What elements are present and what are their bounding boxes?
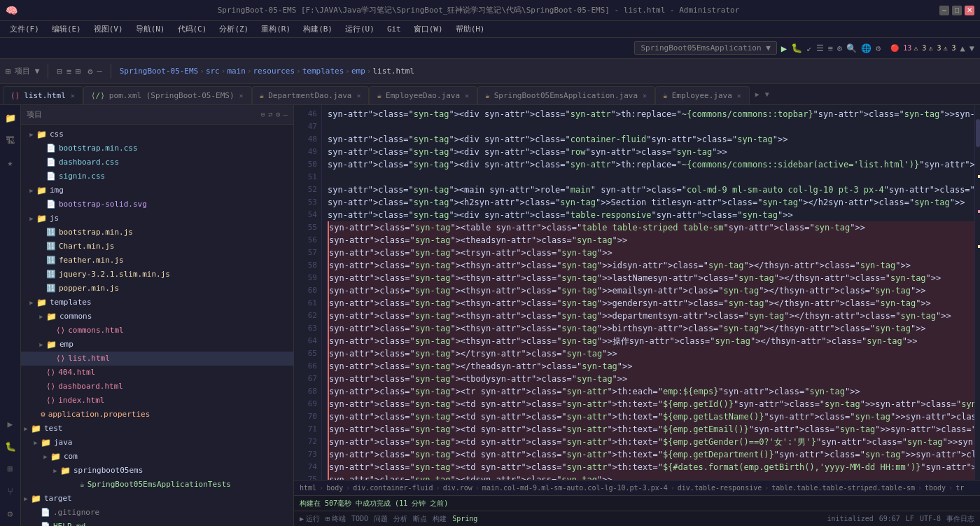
code-line-65[interactable]: syn-attr">class="syn-tag"></trsyn-attr">…: [328, 347, 974, 360]
tree-item-img[interactable]: ▶ 📁 img: [21, 184, 293, 198]
code-line-70[interactable]: syn-attr">class="syn-tag"><td syn-attr">…: [328, 410, 974, 423]
side-icon-structure[interactable]: 🏗: [2, 132, 19, 148]
tree-item-bootstrap-css[interactable]: 📄 bootstrap.min.css: [21, 141, 293, 155]
menu-analyze[interactable]: 分析(Z): [214, 22, 254, 36]
tab-department-close[interactable]: ✕: [356, 91, 361, 100]
tab-list-html-close[interactable]: ✕: [70, 91, 76, 100]
run-button[interactable]: ▶: [781, 43, 787, 54]
code-line-63[interactable]: syn-attr">class="syn-tag"><thsyn-attr">c…: [328, 322, 974, 335]
layout-btn-1[interactable]: ⊟: [57, 67, 62, 76]
tab-pom-close[interactable]: ✕: [239, 91, 244, 100]
project-label[interactable]: 项目 ▼: [15, 66, 39, 76]
code-line-69[interactable]: syn-attr">class="syn-tag"><td syn-attr">…: [328, 398, 974, 410]
breadcrumb-resources[interactable]: resources: [253, 67, 295, 76]
status-encoding[interactable]: UTF-8: [920, 515, 941, 522]
minus-icon[interactable]: –: [97, 67, 102, 76]
tree-item-gitignore[interactable]: 📄 .gitignore: [21, 506, 293, 520]
path-tr[interactable]: tr: [955, 484, 964, 492]
toolbar-action-2[interactable]: ☰: [816, 43, 824, 53]
side-icon-settings[interactable]: ⚙: [2, 505, 19, 522]
tree-collapse-all[interactable]: ⊖: [261, 110, 266, 119]
tree-item-bootstrap-js[interactable]: 🔢 bootstrap.min.js: [21, 226, 293, 240]
code-line-56[interactable]: syn-attr">class="syn-tag"><theadsyn-attr…: [328, 234, 974, 247]
status-position[interactable]: 69:67: [879, 515, 900, 522]
path-table[interactable]: table.table.table-striped.table-sm: [771, 484, 915, 492]
menu-file[interactable]: 文件(F): [4, 22, 45, 36]
right-scrollbar[interactable]: [974, 105, 980, 480]
layout-btn-3[interactable]: ⊞: [76, 67, 80, 76]
code-line-49[interactable]: syn-attr">class="syn-tag"><div syn-attr"…: [328, 146, 974, 158]
tab-employee[interactable]: ☕ Employee.java ✕: [655, 86, 750, 104]
status-indent[interactable]: 事件日志: [946, 514, 974, 524]
tab-overflow[interactable]: ▶: [750, 90, 765, 98]
path-container[interactable]: div.container-fluid: [353, 484, 433, 492]
code-line-57[interactable]: syn-attr">class="syn-tag"><trsyn-attr">c…: [328, 247, 974, 259]
side-icon-debug[interactable]: 🐛: [2, 438, 19, 455]
toolbar-action-7[interactable]: ⚙: [876, 43, 881, 53]
code-line-47[interactable]: [328, 120, 974, 133]
code-line-62[interactable]: syn-attr">class="syn-tag"><thsyn-attr">c…: [328, 310, 974, 322]
toolbar-action-1[interactable]: ↙: [806, 43, 811, 53]
tree-item-jquery-js[interactable]: 🔢 jquery-3.2.1.slim.min.js: [21, 268, 293, 282]
code-line-52[interactable]: syn-attr">class="syn-tag"><main syn-attr…: [328, 184, 974, 196]
scroll-down-button[interactable]: ▼: [969, 43, 974, 53]
tree-item-popper-js[interactable]: 🔢 popper.min.js: [21, 282, 293, 296]
code-line-75[interactable]: syn-attr">class="syn-tag"><tdsyn-attr">c…: [328, 473, 974, 480]
tab-department-dao[interactable]: ☕ DepartmentDao.java ✕: [252, 86, 370, 104]
tree-item-test[interactable]: ▶ 📁 test: [21, 422, 293, 436]
side-icon-project[interactable]: 📁: [2, 109, 19, 126]
menu-run[interactable]: 运行(U): [340, 22, 380, 36]
menu-window[interactable]: 窗口(W): [408, 22, 449, 36]
path-html[interactable]: html: [300, 484, 316, 492]
code-line-54[interactable]: syn-attr">class="syn-tag"><div syn-attr"…: [328, 209, 974, 221]
tree-item-com[interactable]: ▶ 📁 com: [21, 450, 293, 464]
status-spring[interactable]: Spring: [452, 515, 477, 522]
code-line-58[interactable]: syn-attr">class="syn-tag"><thsyn-attr">c…: [328, 259, 974, 272]
side-icon-terminal[interactable]: ⊞: [2, 460, 19, 477]
scroll-up-button[interactable]: ▲: [960, 43, 965, 53]
tree-item-app-props[interactable]: ⚙ application.properties: [21, 408, 293, 422]
path-row[interactable]: div.row: [443, 484, 472, 492]
menu-edit[interactable]: 编辑(E): [46, 22, 87, 36]
tree-item-list-html[interactable]: ⟨⟩ list.html: [21, 352, 293, 366]
tree-item-templates[interactable]: ▶ 📁 templates: [21, 296, 293, 310]
minimize-button[interactable]: –: [939, 6, 949, 15]
tree-item-feather-js[interactable]: 🔢 feather.min.js: [21, 254, 293, 268]
tab-pom-xml[interactable]: ⟨/⟩ pom.xml (SpringBoot-05-EMS) ✕: [83, 86, 252, 104]
tree-item-js[interactable]: ▶ 📁 js: [21, 212, 293, 226]
code-line-61[interactable]: syn-attr">class="syn-tag"><thsyn-attr">c…: [328, 297, 974, 310]
path-table-responsive[interactable]: div.table-responsive: [678, 484, 762, 492]
tree-item-index[interactable]: ⟨⟩ index.html: [21, 394, 293, 408]
tree-item-target[interactable]: ▶ 📁 target: [21, 492, 293, 506]
run-config-selector[interactable]: SpringBoot05EmsApplication ▼: [634, 41, 776, 55]
tree-item-commons-html[interactable]: ⟨⟩ commons.html: [21, 324, 293, 338]
toolbar-action-3[interactable]: ≡: [828, 43, 833, 53]
tree-item-signin-css[interactable]: 📄 signin.css: [21, 169, 293, 184]
code-line-67[interactable]: syn-attr">class="syn-tag"><tbodysyn-attr…: [328, 373, 974, 385]
tab-spring-app-close[interactable]: ✕: [642, 91, 648, 100]
path-body[interactable]: body: [326, 484, 343, 492]
side-icon-run[interactable]: ▶: [2, 415, 19, 432]
breadcrumb-springboot[interactable]: SpringBoot-05-EMS: [120, 67, 199, 76]
menu-git[interactable]: Git: [382, 23, 407, 35]
side-icon-git[interactable]: ⑂: [2, 483, 19, 499]
code-line-59[interactable]: syn-attr">class="syn-tag"><thsyn-attr">c…: [328, 272, 974, 284]
code-line-55[interactable]: syn-attr">class="syn-tag"><table syn-att…: [328, 221, 974, 234]
code-line-72[interactable]: syn-attr">class="syn-tag"><td syn-attr">…: [328, 436, 974, 448]
status-todo[interactable]: TODO: [351, 515, 368, 522]
breadcrumb-templates[interactable]: templates: [302, 67, 344, 76]
tree-item-chart-js[interactable]: 🔢 Chart.min.js: [21, 240, 293, 254]
code-line-74[interactable]: syn-attr">class="syn-tag"><td syn-attr">…: [328, 461, 974, 473]
status-breakpoint[interactable]: 断点: [413, 514, 427, 524]
tree-item-dashboard[interactable]: ⟨⟩ dashboard.html: [21, 380, 293, 394]
tree-settings-btn[interactable]: ⚙: [276, 110, 281, 119]
code-line-71[interactable]: syn-attr">class="syn-tag"><td syn-attr">…: [328, 423, 974, 436]
title-bar-controls[interactable]: – □ ✕: [939, 6, 974, 15]
breadcrumb-src[interactable]: src: [206, 67, 220, 76]
tab-employee-dao[interactable]: ☕ EmployeeDao.java ✕: [369, 86, 477, 104]
path-tbody[interactable]: tbody: [925, 484, 946, 492]
tree-item-svg[interactable]: 📄 bootstrap-solid.svg: [21, 198, 293, 212]
gear-icon[interactable]: ⚙: [88, 67, 92, 76]
code-line-46[interactable]: syn-attr">class="syn-tag"><div syn-attr"…: [328, 108, 974, 120]
menu-nav[interactable]: 导航(N): [130, 22, 171, 36]
